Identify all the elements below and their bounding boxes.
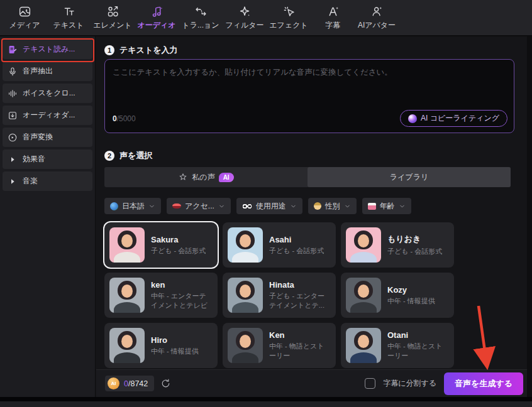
voice-avatar [228, 278, 263, 313]
sidebar-item-audio-extract[interactable]: 音声抽出 [3, 62, 92, 81]
voice-description: 中年 - 情報提供 [151, 347, 199, 356]
sidebar-item-audio-ducking[interactable]: オーディオダ... [3, 106, 92, 125]
toolbar-tab-label: メディア [9, 20, 40, 31]
sidebar-item-voice-clone[interactable]: ボイスをクロ... [3, 84, 92, 103]
toolbar-tab-filter[interactable]: フィルター [223, 0, 267, 35]
toolbar-tab-label: テキスト [53, 20, 84, 31]
toolbar-tab-label: エレメント [93, 20, 131, 31]
sidebar-item-label: 音声抽出 [23, 66, 53, 77]
voice-change-icon [8, 133, 18, 143]
timeline-edge [0, 401, 532, 407]
sidebar-item-text-to-speech[interactable]: テキスト読み... [3, 40, 92, 59]
sidebar-list: テキスト読み...音声抽出ボイスをクロ...オーディオダ...音声変換効果音音楽 [3, 40, 92, 191]
toolbar-tab-text[interactable]: テキスト [47, 0, 91, 35]
step1-title: テキストを入力 [119, 45, 178, 56]
sidebar-item-voice-change[interactable]: 音声変換 [3, 128, 92, 147]
voice-card-sakura[interactable]: Sakura子ども - 会話形式 [104, 222, 218, 268]
toolbar-tab-label: トラ...ョン [182, 20, 219, 31]
filter-label: 日本語 [122, 201, 145, 212]
voice-info: Sakura子ども - 会話形式 [151, 235, 206, 256]
refresh-icon[interactable] [160, 378, 171, 389]
toolbar-tab-media[interactable]: メディア [3, 0, 47, 35]
voice-card-ken[interactable]: ken中年 - エンターテイメントとテレビ [104, 273, 218, 318]
sidebar-item-label: テキスト読み... [23, 44, 75, 55]
sidebar-item-sound-effects[interactable]: 効果音 [3, 149, 92, 169]
voice-card-otani[interactable]: Otani中年 - 物語とストーリー [341, 323, 454, 368]
audio-ducking-icon [8, 111, 18, 121]
bottom-right-actions: 字幕に分割する 音声を生成する [365, 372, 523, 395]
voice-avatar [109, 227, 145, 263]
voice-card-ken-2[interactable]: Ken中年 - 物語とストーリー [223, 323, 336, 368]
filter-dropdown-gender[interactable]: 性別 [308, 198, 357, 214]
scrollbar-gutter[interactable] [527, 36, 532, 397]
filter-label: 年齢 [380, 201, 395, 212]
voice-card-asahi[interactable]: Asahi子ども - 会話形式 [223, 222, 336, 268]
step1-number-badge: 1 [104, 45, 114, 55]
sidebar-item-label: 効果音 [23, 154, 45, 165]
chevron-down-icon [218, 203, 225, 210]
tab-label: ライブラリ [390, 172, 428, 183]
toolbar-tab-effects[interactable]: エフェクト [267, 0, 311, 35]
voice-card-hinata[interactable]: Hinata子ども - エンターテイメントとテ... [223, 273, 336, 318]
split-subtitles-checkbox[interactable] [365, 378, 375, 389]
filter-dropdown-language[interactable]: 日本語 [104, 198, 161, 214]
star-icon [178, 172, 188, 182]
text-input[interactable] [105, 60, 514, 109]
expander-icon [8, 176, 18, 187]
credit-counter: AI 0/8742 [105, 376, 154, 391]
voice-info: Ken中年 - 物語とストーリー [269, 330, 331, 360]
effects-icon [282, 5, 296, 18]
filter-dropdown-accent[interactable]: アクセ... [167, 198, 231, 214]
toolbar-tab-audio[interactable]: オーディオ [135, 0, 179, 35]
step2-header: 2 声を選択 [104, 150, 152, 161]
text-input-box: 0/5000 AI コピーライティング [104, 59, 514, 133]
voice-description: 中年 - 物語とストーリー [269, 342, 331, 360]
voice-description: 子ども - 会話形式 [151, 246, 206, 256]
media-icon [18, 5, 31, 18]
voice-card-kozy[interactable]: Kozy中年 - 情報提供 [341, 273, 454, 318]
filter-dropdown-usage[interactable]: 使用用途 [236, 198, 302, 214]
sidebar-item-music[interactable]: 音楽 [3, 171, 92, 191]
sidebar-item-label: ボイスをクロ... [23, 88, 75, 99]
voice-card-morioki[interactable]: もりおき子ども - 会話形式 [341, 222, 454, 268]
step2-title: 声を選択 [119, 150, 152, 161]
step2-number-badge: 2 [104, 151, 114, 161]
cake-icon [368, 203, 376, 210]
ai-avatar-icon [370, 5, 384, 18]
chevron-down-icon [148, 203, 155, 210]
toolbar-tab-label: 字幕 [325, 20, 340, 31]
voice-avatar [228, 328, 263, 363]
top-toolbar: メディアテキストエレメントオーディオトラ...ョンフィルターエフェクト字幕AIア… [0, 0, 532, 36]
voice-grid: Sakura子ども - 会話形式Asahi子ども - 会話形式もりおき子ども -… [104, 222, 454, 368]
microphone-icon [8, 67, 18, 77]
voice-card-hiro[interactable]: Hiro中年 - 情報提供 [104, 323, 218, 368]
tab-my-voice[interactable]: 私の声AI [104, 167, 308, 187]
tab-label: 私の声 [192, 172, 214, 183]
sidebar-item-label: 音楽 [23, 176, 38, 187]
toolbar-tab-ai-avatar[interactable]: AIアバター [355, 0, 399, 35]
voice-info: Hinata子ども - エンターテイメントとテ... [269, 280, 331, 310]
filter-dropdown-age[interactable]: 年齢 [362, 198, 411, 214]
voice-info: Asahi子ども - 会話形式 [269, 235, 324, 256]
toolbar-tab-label: エフェクト [269, 20, 308, 31]
voice-avatar [346, 227, 381, 263]
toolbar-tab-transition[interactable]: トラ...ョン [179, 0, 223, 35]
toolbar-tab-subtitles[interactable]: 字幕 [311, 0, 355, 35]
ai-copywriting-button[interactable]: AI コピーライティング [400, 110, 507, 127]
voice-description: 子ども - 会話形式 [387, 247, 442, 256]
voice-name: Hiro [151, 335, 199, 345]
toolbar-tab-elements[interactable]: エレメント [91, 0, 135, 35]
text-icon [62, 5, 75, 18]
split-subtitles-label: 字幕に分割する [383, 378, 436, 389]
ai-blob-icon [408, 114, 417, 123]
step1-header: 1 テキストを入力 [104, 45, 178, 56]
toolbar-tab-label: フィルター [225, 20, 263, 31]
voice-source-tabs: 私の声AIライブラリ [104, 167, 511, 187]
voice-avatar [109, 278, 145, 313]
ai-coin-icon: AI [108, 377, 119, 389]
voice-avatar [228, 227, 263, 263]
text-to-speech-icon [8, 45, 18, 55]
audio-text-to-speech-panel: メディアテキストエレメントオーディオトラ...ョンフィルターエフェクト字幕AIア… [0, 0, 532, 407]
tab-library[interactable]: ライブラリ [308, 167, 511, 187]
generate-audio-button[interactable]: 音声を生成する [444, 372, 523, 395]
